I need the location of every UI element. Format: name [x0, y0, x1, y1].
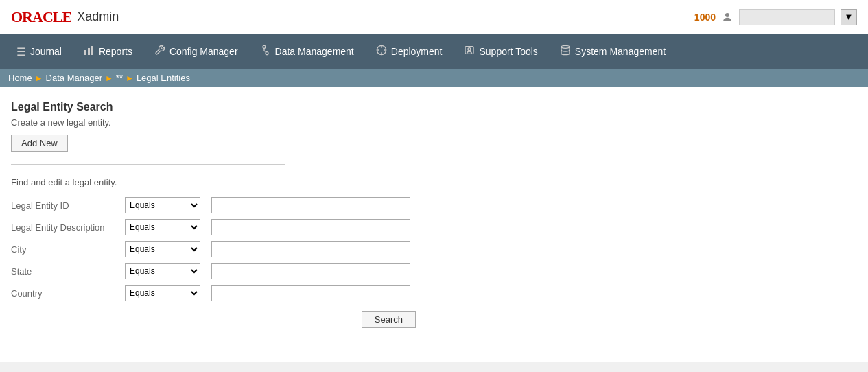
header: ORACLE Xadmin 1000 ▼: [0, 0, 868, 34]
reports-icon: [84, 45, 95, 58]
breadcrumb-data-manager[interactable]: Data Manager: [46, 73, 102, 83]
page-title: Legal Entity Search: [11, 101, 857, 113]
svg-point-0: [725, 13, 729, 17]
system-management-icon: [560, 45, 571, 58]
nav-label-deployment: Deployment: [391, 46, 443, 57]
svg-line-7: [264, 51, 267, 51]
search-form: Legal Entity ID EqualsContainsStarts Wit…: [11, 197, 857, 301]
header-dropdown-button[interactable]: ▼: [841, 9, 857, 25]
value-legal-entity-description[interactable]: [211, 219, 410, 235]
field-label-legal-entity-id: Legal Entity ID: [11, 200, 121, 211]
search-button-row: Search: [11, 311, 416, 328]
breadcrumb-sep-2: ►: [105, 73, 113, 83]
operator-country[interactable]: EqualsContainsStarts WithEnds With: [125, 285, 200, 301]
nav-label-reports: Reports: [99, 46, 132, 57]
nav-item-deployment[interactable]: Deployment: [365, 34, 454, 69]
create-description: Create a new legal entity.: [11, 117, 857, 128]
field-label-legal-entity-description: Legal Entity Description: [11, 222, 121, 233]
svg-point-5: [266, 52, 268, 55]
section-divider: [11, 164, 285, 165]
operator-legal-entity-id[interactable]: EqualsContainsStarts WithEnds With: [125, 197, 200, 213]
nav-label-journal: Journal: [30, 46, 62, 57]
user-search-input[interactable]: [739, 9, 835, 25]
deployment-icon: [376, 45, 387, 58]
find-description: Find and edit a legal entity.: [11, 177, 857, 187]
add-new-button[interactable]: Add New: [11, 135, 68, 152]
user-id: 1000: [694, 12, 716, 23]
value-legal-entity-id[interactable]: [211, 197, 410, 213]
nav-item-data-management[interactable]: Data Management: [249, 34, 365, 69]
breadcrumb-dots[interactable]: **: [116, 73, 123, 83]
journal-icon: ☰: [16, 45, 26, 58]
svg-rect-1: [84, 50, 86, 55]
data-management-icon: [260, 45, 271, 58]
field-label-state: State: [11, 266, 121, 277]
nav-item-config-manager[interactable]: Config Manager: [143, 34, 249, 69]
value-city[interactable]: [211, 241, 410, 257]
svg-rect-3: [91, 46, 93, 55]
nav-label-support-tools: Support Tools: [479, 46, 537, 57]
user-icon: [721, 11, 734, 23]
nav-label-config-manager: Config Manager: [169, 46, 238, 57]
navbar: ☰ Journal Reports Config Manager Data Ma…: [0, 34, 868, 69]
nav-item-journal[interactable]: ☰ Journal: [5, 34, 73, 69]
svg-point-11: [561, 45, 570, 48]
search-button[interactable]: Search: [362, 311, 416, 328]
nav-item-support-tools[interactable]: Support Tools: [453, 34, 548, 69]
config-manager-icon: [154, 45, 165, 58]
main-content: Legal Entity Search Create a new legal e…: [0, 87, 868, 362]
breadcrumb-home[interactable]: Home: [8, 73, 32, 83]
breadcrumb-sep-1: ►: [35, 73, 43, 83]
field-label-city: City: [11, 244, 121, 255]
svg-point-10: [468, 48, 471, 51]
operator-legal-entity-description[interactable]: EqualsContainsStarts WithEnds With: [125, 219, 200, 235]
breadcrumb-legal-entities: Legal Entities: [137, 73, 190, 83]
value-state[interactable]: [211, 263, 410, 279]
oracle-logo: ORACLE: [11, 8, 71, 26]
breadcrumb-sep-3: ►: [126, 73, 134, 83]
header-right: 1000 ▼: [694, 9, 857, 25]
nav-item-system-management[interactable]: System Management: [549, 34, 677, 69]
svg-rect-2: [88, 48, 90, 55]
operator-city[interactable]: EqualsContainsStarts WithEnds With: [125, 241, 200, 257]
field-label-country: Country: [11, 288, 121, 299]
operator-state[interactable]: EqualsContainsStarts WithEnds With: [125, 263, 200, 279]
value-country[interactable]: [211, 285, 410, 301]
chevron-down-icon: ▼: [845, 12, 854, 22]
support-tools-icon: [464, 45, 475, 58]
nav-label-data-management: Data Management: [275, 46, 354, 57]
breadcrumb: Home ► Data Manager ► ** ► Legal Entitie…: [0, 69, 868, 87]
app-title: Xadmin: [77, 10, 119, 24]
svg-point-4: [263, 45, 266, 48]
nav-label-system-management: System Management: [575, 46, 666, 57]
nav-item-reports[interactable]: Reports: [73, 34, 143, 69]
